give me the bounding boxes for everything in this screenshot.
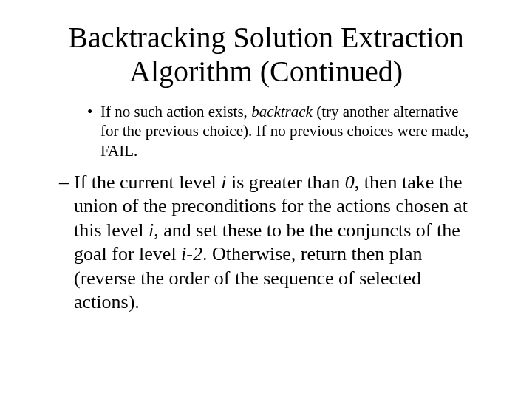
bullet-2-text: If the current level i is greater than 0…: [74, 171, 488, 315]
slide-title: Backtracking Solution Extraction Algorit…: [30, 21, 502, 89]
bullet-dash-icon: –: [59, 171, 74, 195]
bullet-dot-icon: •: [87, 102, 100, 121]
b2-i3: i-2: [181, 243, 202, 265]
slide: Backtracking Solution Extraction Algorit…: [0, 0, 532, 399]
bullet-item-1: • If no such action exists, backtrack (t…: [87, 102, 473, 160]
bullet-item-2: – If the current level i is greater than…: [59, 171, 488, 315]
b2-b: is greater than: [226, 171, 344, 193]
bullet-1-text: If no such action exists, backtrack (try…: [100, 102, 473, 160]
bullet-1-em: backtrack: [251, 103, 313, 120]
b2-zero: 0: [345, 171, 355, 193]
b2-a: If the current level: [74, 171, 221, 193]
bullet-1-pre: If no such action exists,: [100, 103, 251, 120]
